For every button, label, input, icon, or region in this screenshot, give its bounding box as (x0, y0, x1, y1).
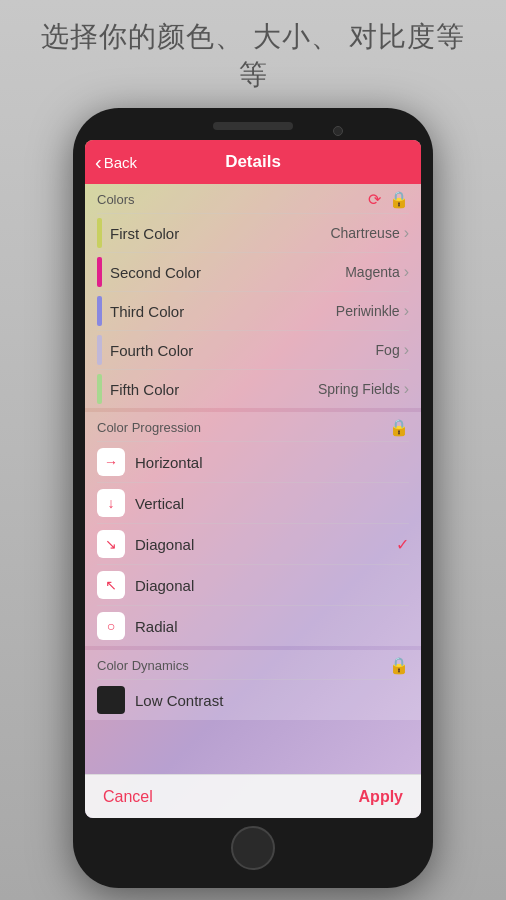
phone-speaker (213, 122, 293, 130)
third-color-value: Periwinkle (336, 303, 400, 319)
fourth-color-chevron-icon: › (404, 341, 409, 359)
prog-diagonal1-icon-box: ↘ (97, 530, 125, 558)
first-color-chevron-icon: › (404, 224, 409, 242)
prog-horizontal-row[interactable]: → Horizontal (85, 442, 421, 482)
second-color-label: Second Color (110, 264, 345, 281)
bottom-bar: Cancel Apply (85, 774, 421, 818)
phone-camera (333, 126, 343, 136)
back-label: Back (104, 154, 137, 171)
fifth-color-row[interactable]: Fifth Color Spring Fields › (85, 370, 421, 408)
prog-horizontal-icon-box: → (97, 448, 125, 476)
progression-section: Color Progression 🔒 → Horizontal (85, 412, 421, 646)
low-contrast-swatch (97, 686, 125, 714)
prog-diagonal2-row[interactable]: ↗ Diagonal (85, 565, 421, 605)
prog-radial-row[interactable]: ○ Radial (85, 606, 421, 646)
fifth-color-value: Spring Fields (318, 381, 400, 397)
phone-outer: ‹ Back Details Colors ⟳ 🔒 (73, 108, 433, 888)
list-area: Colors ⟳ 🔒 First Color Chartreuse › (85, 184, 421, 774)
first-color-label: First Color (110, 225, 330, 242)
lock-icon[interactable]: 🔒 (389, 190, 409, 209)
second-color-row[interactable]: Second Color Magenta › (85, 253, 421, 291)
back-button[interactable]: ‹ Back (95, 152, 137, 172)
back-chevron-icon: ‹ (95, 152, 102, 172)
fourth-color-label: Fourth Color (110, 342, 376, 359)
prog-vertical-icon-box: ↓ (97, 489, 125, 517)
cancel-button[interactable]: Cancel (103, 788, 153, 806)
prog-diagonal2-icon-box: ↗ (97, 571, 125, 599)
refresh-icon[interactable]: ⟳ (368, 190, 381, 209)
page-title: 选择你的颜色、 大小、 对比度等等 (0, 0, 506, 108)
prog-vertical-row[interactable]: ↓ Vertical (85, 483, 421, 523)
diagonal1-icon: ↘ (105, 536, 117, 552)
colors-section: Colors ⟳ 🔒 First Color Chartreuse › (85, 184, 421, 408)
prog-horizontal-label: Horizontal (135, 454, 409, 471)
apply-button[interactable]: Apply (359, 788, 403, 806)
prog-vertical-label: Vertical (135, 495, 409, 512)
first-color-row[interactable]: First Color Chartreuse › (85, 214, 421, 252)
horizontal-icon: → (104, 454, 118, 470)
fourth-color-row[interactable]: Fourth Color Fog › (85, 331, 421, 369)
home-button[interactable] (231, 826, 275, 870)
third-color-row[interactable]: Third Color Periwinkle › (85, 292, 421, 330)
low-contrast-label: Low Contrast (135, 692, 409, 709)
nav-bar: ‹ Back Details (85, 140, 421, 184)
third-color-chevron-icon: › (404, 302, 409, 320)
progression-lock-icon[interactable]: 🔒 (389, 418, 409, 437)
third-color-label: Third Color (110, 303, 336, 320)
prog-radial-label: Radial (135, 618, 409, 635)
prog-diagonal1-row[interactable]: ↘ Diagonal ✓ (85, 524, 421, 564)
fourth-color-swatch (97, 335, 102, 365)
fifth-color-label: Fifth Color (110, 381, 318, 398)
second-color-value: Magenta (345, 264, 399, 280)
second-color-chevron-icon: › (404, 263, 409, 281)
fifth-color-chevron-icon: › (404, 380, 409, 398)
second-color-swatch (97, 257, 102, 287)
fourth-color-value: Fog (376, 342, 400, 358)
first-color-swatch (97, 218, 102, 248)
third-color-swatch (97, 296, 102, 326)
nav-title: Details (225, 152, 281, 172)
prog-diagonal2-label: Diagonal (135, 577, 409, 594)
prog-diagonal1-label: Diagonal (135, 536, 396, 553)
vertical-icon: ↓ (108, 495, 115, 511)
first-color-value: Chartreuse (330, 225, 399, 241)
low-contrast-row[interactable]: Low Contrast (85, 680, 421, 720)
diagonal1-checkmark-icon: ✓ (396, 535, 409, 554)
phone-screen: ‹ Back Details Colors ⟳ 🔒 (85, 140, 421, 818)
dynamics-section-label: Color Dynamics (97, 658, 189, 673)
dynamics-section: Color Dynamics 🔒 Low Contrast (85, 650, 421, 720)
prog-radial-icon-box: ○ (97, 612, 125, 640)
colors-section-label: Colors (97, 192, 135, 207)
radial-icon: ○ (107, 618, 115, 634)
progression-section-label: Color Progression (97, 420, 201, 435)
diagonal2-icon: ↗ (105, 577, 117, 593)
fifth-color-swatch (97, 374, 102, 404)
dynamics-lock-icon[interactable]: 🔒 (389, 656, 409, 675)
